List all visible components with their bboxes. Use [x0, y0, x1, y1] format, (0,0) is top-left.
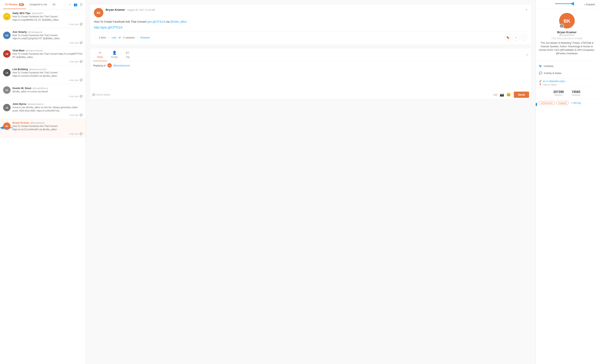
follow-status: YOU FOLLOW EACH OTHER [551, 37, 582, 40]
people-icon[interactable]: 👥 [74, 3, 77, 7]
list-item[interactable]: 💡 Daily SEO Tips @DailySEO How To Create… [0, 9, 86, 28]
left-panel: To Review 99+ Assigned to me All ✓ 👥 ☰ 💡… [0, 0, 86, 364]
expand-button[interactable]: ‹ Expand [584, 2, 595, 7]
svg-text:VM: VM [6, 53, 8, 55]
assign-icon: 👤 [112, 50, 116, 55]
send-button[interactable]: Send [514, 91, 529, 98]
avatar: BK [3, 123, 10, 130]
tab-action-icons: ✓ 👥 ☰ [69, 3, 83, 7]
list-icon[interactable]: ☰ [80, 3, 83, 7]
message-icon: 💬 [80, 132, 83, 135]
list-item[interactable]: JB John Byrne @dearjohnbyrne Great to se… [0, 100, 86, 119]
tag-icon: 🏷 [126, 51, 129, 55]
right-panel: ‹ Expand BK ★ Bryan Kramer @bryankramer … [535, 0, 598, 364]
message-icon: 💬 [80, 60, 83, 63]
more-options-button[interactable]: ⋮ [521, 34, 528, 41]
list-item[interactable]: LB List Building @barbaroussa101 How To … [0, 66, 86, 84]
bookmark-button[interactable]: 🔖 [505, 34, 511, 41]
profile-actions: 🐦 Unfollow 💬 Activity & Notes [536, 61, 598, 78]
profile-location-item: 📍 Silicon Valley [539, 83, 595, 86]
reply-tab-tag[interactable]: 🏷 Tag [122, 49, 133, 61]
camera-icon[interactable]: 📷 [500, 92, 504, 97]
tweet-actions-bar: ♡ 2 likes • Like ⇄ 2 retweets • Retweet … [94, 32, 528, 41]
expand-reply-icon[interactable]: ⤢ [526, 53, 528, 57]
svg-text:BK: BK [97, 11, 100, 15]
unfollow-button[interactable]: 🐦 Unfollow [539, 63, 595, 69]
retweet-icon: ⇄ [118, 36, 121, 39]
svg-text:AS: AS [5, 34, 8, 37]
like-button[interactable]: Like [111, 36, 116, 39]
profile-section: BK ★ Bryan Kramer @bryankramer YOU FOLLO… [536, 9, 598, 61]
profile-avatar-wrap: BK ★ [559, 13, 575, 28]
avatar: JB [3, 104, 10, 111]
retweets-count: 2 retweets [123, 36, 135, 39]
svg-text:JB: JB [6, 107, 8, 109]
tabs-bar: To Review 99+ Assigned to me All ✓ 👥 ☰ [0, 0, 86, 9]
char-count: 140 [493, 93, 498, 96]
tweet-author-info: Bryan Kramer August 29, 2017 11:43 AM [106, 8, 525, 11]
emoji-icon[interactable]: 😊 [507, 92, 511, 97]
conversation-list: 💡 Daily SEO Tips @DailySEO How To Create… [0, 9, 86, 364]
avatar: AS [3, 32, 10, 39]
following-stat: 74565 following [572, 90, 581, 96]
profile-name: Bryan Kramer [557, 31, 576, 34]
list-item[interactable]: DS Dustin W. Stout @DustinWStout @mike_a… [0, 84, 86, 100]
tab-assigned-to-me[interactable]: Assigned to me [27, 0, 49, 9]
profile-link-item: 🔗 en.m.wikipedia.org/w... [539, 80, 595, 83]
svg-text:BK: BK [108, 65, 111, 66]
saved-replies-button[interactable]: 💬 Saved replies [92, 93, 110, 96]
tag-ambassador[interactable]: ambassador [539, 101, 555, 105]
svg-text:LB: LB [6, 72, 8, 74]
avatar: 💡 [3, 13, 10, 20]
svg-text:DS: DS [6, 89, 8, 91]
list-item[interactable]: VM Viral Mom @viralmomtweets How To Crea… [0, 47, 86, 66]
tweet-card: BK Bryan Kramer August 29, 2017 11:43 AM… [90, 4, 532, 45]
reply-icon: ↩ [99, 50, 101, 55]
saved-replies-icon: 💬 [92, 93, 95, 96]
reply-footer: 💬 Saved replies 140 📷 😊 Send [90, 90, 532, 99]
tweet-mention-link[interactable]: @mike_allton [170, 20, 187, 23]
avatar: VM [3, 50, 10, 58]
chevron-left-icon: ‹ [584, 2, 585, 7]
avatar: LB [3, 69, 10, 76]
replying-to-bar: Replying to BK @bryankramer [90, 61, 532, 70]
chevron-down-icon[interactable]: ∨ [525, 8, 528, 11]
list-item[interactable]: AS Ann Smarty @myblogguest How To Create… [0, 28, 86, 47]
tweet-action-buttons: 🔖 ✓ ⋮ [505, 34, 528, 41]
check-circle-icon[interactable]: ✓ [69, 3, 71, 7]
reply-box: ↩ Reply 👤 Assign 🏷 Tag ⤢ Replying to BK … [90, 48, 532, 99]
activity-icon: 💬 [539, 72, 542, 74]
middle-panel: BK Bryan Kramer August 29, 2017 11:43 AM… [86, 0, 535, 364]
profile-bio: "The Zen Master of Marketing" Forbes. #T… [539, 41, 595, 55]
list-item-bryan-kramer[interactable]: BK Bryan Kramer @bryankramer How To Crea… [0, 119, 86, 138]
profile-verified-badge: ★ [559, 24, 564, 28]
tweet-inline-link[interactable]: goo.gl/CPTs1A [147, 20, 165, 23]
twitter-icon: 🐦 [539, 65, 542, 67]
reply-textarea[interactable] [90, 70, 532, 89]
profile-tags: ambassador engaged + Add tag [536, 99, 598, 107]
link-icon: 🔗 [539, 80, 542, 83]
message-icon: 💬 [80, 95, 83, 98]
reply-tabs: ↩ Reply 👤 Assign 🏷 Tag ⤢ [90, 48, 532, 61]
reply-tab-assign[interactable]: 👤 Assign [107, 48, 122, 61]
add-tag-button[interactable]: + Add tag [571, 101, 581, 104]
retweet-button[interactable]: Retweet [141, 36, 150, 39]
likes-count: 2 likes [99, 36, 106, 39]
followers-stat: 207280 followers [554, 90, 564, 96]
tab-all[interactable]: All [50, 0, 57, 9]
message-icon: 💬 [80, 114, 83, 116]
replying-avatar: BK [108, 63, 112, 67]
tweet-big-link[interactable]: http://goo.gl/CPTs1A [94, 26, 528, 29]
location-icon: 📍 [539, 83, 542, 86]
tweet-author-avatar: BK [94, 8, 103, 17]
tab-to-review[interactable]: To Review 99+ [3, 0, 26, 9]
profile-url[interactable]: en.m.wikipedia.org/w... [543, 80, 566, 83]
reply-tab-reply[interactable]: ↩ Reply [93, 48, 107, 61]
tag-engaged[interactable]: engaged [556, 101, 569, 105]
resolve-button[interactable]: ✓ [513, 34, 519, 41]
expand-bar: ‹ Expand [536, 0, 598, 9]
activity-notes-button[interactable]: 💬 Activity & Notes [539, 70, 595, 76]
message-icon: 💬 [80, 79, 83, 82]
svg-text:BK: BK [564, 18, 570, 24]
heart-icon: ♡ [94, 36, 97, 39]
